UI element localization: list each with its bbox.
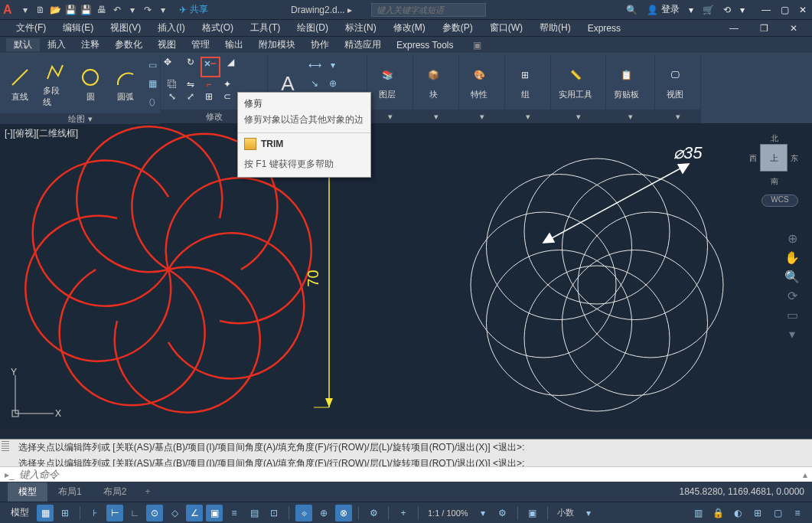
menu-edit[interactable]: 编辑(E) — [54, 21, 102, 34]
lineweight-toggle[interactable]: ≡ — [226, 505, 243, 521]
nav-dropdown-icon[interactable]: ▾ — [789, 327, 795, 342]
tab-insert[interactable]: 插入 — [40, 38, 73, 51]
ribbon-focus-icon[interactable]: ▣ — [465, 40, 489, 51]
offset-icon[interactable]: ⊂ — [219, 91, 236, 102]
share-button[interactable]: ✈ 共享 — [179, 3, 208, 16]
tab-output[interactable]: 输出 — [217, 38, 251, 51]
stretch-icon[interactable]: ⤡ — [164, 91, 181, 102]
undo-icon[interactable]: ↶ — [110, 3, 124, 17]
polar-toggle[interactable]: ⊙ — [146, 505, 163, 521]
workspace-toggle[interactable]: ⚙ — [365, 505, 382, 521]
open-icon[interactable]: 📂 — [49, 3, 63, 17]
search-input[interactable] — [371, 3, 486, 17]
view-button[interactable]: 🖵视图 — [658, 61, 692, 102]
search-icon[interactable]: 🔍 — [626, 5, 638, 15]
utilities-button[interactable]: 📏实用工具 — [554, 61, 597, 102]
hardware-accel-icon[interactable]: ⊞ — [749, 505, 766, 521]
transparency-toggle[interactable]: ▤ — [246, 505, 263, 521]
ellipse-icon[interactable]: ⬯ — [144, 93, 161, 110]
snap-toggle[interactable]: ⊞ — [57, 505, 73, 521]
arc-button[interactable]: 圆弧 — [109, 64, 142, 104]
orbit-icon[interactable]: ⟳ — [788, 289, 797, 303]
tab-manage[interactable]: 管理 — [184, 38, 217, 51]
scale-icon[interactable]: ⤢ — [182, 91, 199, 102]
gear-icon[interactable]: ⚙ — [494, 505, 511, 521]
cmd-recent-icon[interactable]: ▴ — [803, 469, 807, 480]
menu-dimension[interactable]: 标注(N) — [337, 21, 385, 34]
layer-button[interactable]: 📚图层 — [370, 61, 404, 102]
menu-draw[interactable]: 绘图(D) — [289, 21, 337, 34]
rectangle-icon[interactable]: ▭ — [144, 57, 161, 74]
customize-icon[interactable]: ≡ — [789, 505, 806, 521]
command-input[interactable] — [19, 469, 798, 480]
viewcube-north[interactable]: 北 — [771, 133, 778, 144]
zoom-readout[interactable]: 1:1 / 100% — [425, 508, 471, 518]
viewcube-west[interactable]: 西 — [749, 153, 757, 164]
pan-icon[interactable]: ✋ — [784, 250, 800, 265]
otrack-toggle[interactable]: ∠ — [186, 505, 203, 521]
menu-window[interactable]: 窗口(W) — [481, 21, 531, 34]
minimize-button[interactable]: — — [760, 5, 772, 15]
doc-close[interactable]: ✕ — [781, 23, 806, 34]
rotate-icon[interactable]: ↻ — [182, 57, 199, 77]
move-icon[interactable]: ✥ — [164, 57, 181, 77]
fillet-icon[interactable]: ⌐ — [201, 79, 217, 90]
tab-express[interactable]: Express Tools — [389, 40, 461, 51]
units-dropdown[interactable]: ▾ — [580, 505, 597, 521]
menu-view[interactable]: 视图(V) — [102, 21, 149, 34]
close-button[interactable]: ✕ — [797, 5, 809, 15]
clipboard-button[interactable]: 📋剪贴板 — [609, 61, 644, 102]
menu-insert[interactable]: 插入(I) — [149, 21, 193, 34]
show-motion-icon[interactable]: ▭ — [787, 308, 798, 322]
cycling-toggle[interactable]: ⊡ — [266, 505, 282, 521]
a360-icon[interactable]: ⟲ — [723, 5, 731, 15]
tab-layout2[interactable]: 布局2 — [93, 482, 138, 502]
dynamic-input-toggle[interactable]: ⊢ — [106, 505, 123, 521]
polyline-button[interactable]: 多段线 — [38, 57, 72, 110]
tab-parametric[interactable]: 参数化 — [107, 38, 150, 51]
grid-toggle[interactable]: ▦ — [37, 505, 54, 521]
qat-menu-dropdown[interactable]: ▾ — [18, 3, 32, 17]
wcs-badge[interactable]: WCS — [761, 194, 798, 207]
mirror-icon[interactable]: ⇋ — [182, 79, 199, 90]
maximize-button[interactable]: ▢ — [778, 5, 791, 15]
zoom-dropdown[interactable]: ▾ — [474, 505, 491, 521]
autoscale-toggle[interactable]: ⊗ — [335, 505, 352, 521]
trim-button[interactable] — [201, 57, 220, 77]
saveas-icon[interactable]: 💾 — [80, 3, 93, 17]
units-readout[interactable]: 小数 — [554, 507, 577, 518]
menu-modify[interactable]: 修改(M) — [385, 21, 434, 34]
copy-icon[interactable]: ⿻ — [164, 79, 181, 90]
quickprops-toggle[interactable]: ▣ — [524, 505, 541, 521]
undo-dropdown[interactable]: ▾ — [126, 3, 139, 17]
login-button[interactable]: 👤 登录 — [647, 3, 680, 16]
osnap-toggle[interactable]: ▣ — [206, 505, 223, 521]
viewcube-top[interactable]: 上 — [760, 144, 788, 172]
doc-minimize[interactable]: — — [721, 23, 747, 34]
properties-button[interactable]: 🎨特性 — [462, 61, 496, 102]
help-dropdown[interactable]: ▾ — [740, 5, 745, 15]
save-icon[interactable]: 💾 — [64, 3, 78, 17]
hatch-icon[interactable]: ▦ — [144, 75, 161, 92]
lock-ui-icon[interactable]: 🔒 — [709, 505, 726, 521]
annovisibility-toggle[interactable]: ⊕ — [315, 505, 332, 521]
redo-dropdown[interactable]: ▾ — [156, 3, 170, 17]
quick-view-icon[interactable]: ▥ — [690, 505, 706, 521]
viewcube-south[interactable]: 南 — [771, 176, 778, 187]
iso-toggle[interactable]: ◇ — [166, 505, 183, 521]
tab-layout1[interactable]: 布局1 — [47, 482, 93, 502]
menu-format[interactable]: 格式(O) — [194, 21, 242, 34]
tab-collab[interactable]: 协作 — [303, 38, 337, 51]
menu-tools[interactable]: 工具(T) — [242, 21, 289, 34]
tab-annotate[interactable]: 注释 — [73, 38, 107, 51]
array-icon[interactable]: ⊞ — [201, 91, 217, 102]
menu-express[interactable]: Express — [579, 23, 629, 34]
linear-dim-icon[interactable]: ⟷ — [306, 57, 323, 74]
view-cube[interactable]: 北 南 东 西 上 — [749, 133, 798, 187]
cmdline-grip[interactable] — [2, 441, 9, 452]
group-button[interactable]: ⊞组 — [508, 61, 542, 102]
isolate-icon[interactable]: ◐ — [729, 505, 746, 521]
cart-icon[interactable]: 🛒 — [703, 5, 714, 15]
annoscale-toggle[interactable]: ⟐ — [295, 505, 312, 521]
full-nav-icon[interactable]: ⊕ — [788, 231, 797, 246]
